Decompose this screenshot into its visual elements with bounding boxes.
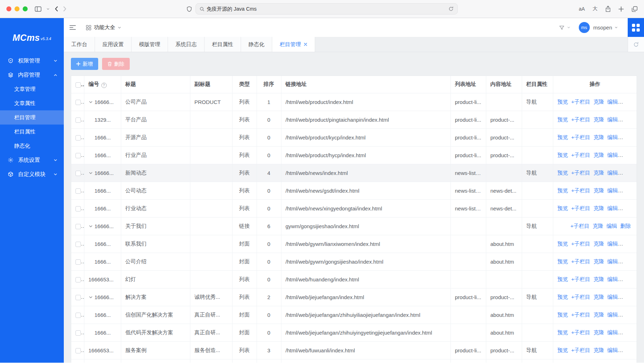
sidebar-subitem[interactable]: 文章属性 [0,96,64,110]
add-child-link[interactable]: +子栏目 [571,312,590,318]
add-child-link[interactable]: +子栏目 [571,152,590,158]
add-button[interactable]: 新增 [71,58,98,70]
clone-link[interactable]: 克隆 [593,258,604,264]
edit-link[interactable]: 编辑 [607,99,618,105]
edit-link[interactable]: 编辑 [607,170,618,176]
clone-link[interactable]: 克隆 [593,116,604,122]
row-checkbox[interactable] [75,117,81,123]
clone-link[interactable]: 克隆 [593,312,604,318]
add-child-link[interactable]: +子栏目 [571,205,590,211]
new-tab-icon[interactable] [618,6,624,12]
clone-link[interactable]: 克隆 [593,347,604,353]
translate-icon[interactable]: 大 [593,6,598,12]
tab-item[interactable]: 静态化 [241,37,272,52]
add-child-link[interactable]: +子栏目 [571,99,590,105]
sidebar-toggle-icon[interactable] [35,6,41,12]
refresh-tab-icon[interactable] [628,37,644,52]
sidebar-item[interactable]: 系统设置 [0,153,64,167]
preview-link[interactable]: 预览 [558,294,568,300]
close-tab-icon[interactable] [304,43,307,46]
sidebar-item[interactable]: 内容管理 [0,68,64,82]
avatar[interactable]: ms [579,22,590,33]
add-child-link[interactable]: +子栏目 [571,170,590,176]
edit-link[interactable]: 编辑 [607,258,618,264]
add-child-link[interactable]: +子栏目 [571,116,590,122]
delete-link[interactable]: 删除 [620,223,631,229]
close-window-button[interactable] [6,6,11,11]
edit-link[interactable]: 编辑 [606,223,617,229]
clone-link[interactable]: 克隆 [593,187,604,193]
select-all-checkbox[interactable] [75,82,81,88]
preview-link[interactable]: 预览 [558,170,568,176]
row-checkbox[interactable] [75,277,81,282]
sidebar-item[interactable]: 自定义模块 [0,167,64,181]
add-child-link[interactable]: +子栏目 [571,276,590,282]
preview-link[interactable]: 预览 [558,258,568,264]
preview-link[interactable]: 预览 [558,134,568,140]
row-checkbox[interactable] [75,153,81,158]
tab-item[interactable]: 系统日志 [168,37,205,52]
clone-link[interactable]: 克隆 [593,205,604,211]
edit-link[interactable]: 编辑 [607,152,618,158]
row-checkbox[interactable] [75,348,81,353]
forward-icon[interactable] [63,6,67,12]
preview-link[interactable]: 预览 [558,205,568,211]
add-child-link[interactable]: +子栏目 [571,241,590,247]
row-checkbox[interactable] [75,224,81,229]
row-checkbox[interactable] [75,259,81,265]
clone-link[interactable]: 克隆 [593,294,604,300]
clone-link[interactable]: 克隆 [593,241,604,247]
add-child-link[interactable]: +子栏目 [571,187,590,193]
preview-link[interactable]: 预览 [558,276,568,282]
reader-icon[interactable]: aA [579,6,585,12]
share-icon[interactable] [605,6,611,12]
row-checkbox[interactable] [75,295,81,300]
edit-link[interactable]: 编辑 [607,205,618,211]
expand-caret-icon[interactable] [89,171,93,175]
row-checkbox[interactable] [75,313,81,318]
preview-link[interactable]: 预览 [558,312,568,318]
clone-link[interactable]: 克隆 [593,329,604,335]
add-child-link[interactable]: +子栏目 [571,347,590,353]
preview-link[interactable]: 预览 [558,116,568,122]
help-icon[interactable]: ? [101,83,107,88]
row-checkbox[interactable] [75,188,81,194]
sidebar-subitem[interactable]: 文章管理 [0,82,64,96]
address-bar[interactable]: 免疫开源的 Java Cms [195,3,458,15]
clone-link[interactable]: 克隆 [593,276,604,282]
apps-launcher-button[interactable] [628,18,644,37]
expand-caret-icon[interactable] [89,295,93,299]
expand-caret-icon[interactable] [89,100,93,104]
sidebar-subitem[interactable]: 静态化 [0,139,64,153]
preview-link[interactable]: 预览 [558,187,568,193]
clone-link[interactable]: 克隆 [593,152,604,158]
delete-button[interactable]: 删除 [102,58,130,70]
row-checkbox[interactable] [75,171,81,176]
edit-link[interactable]: 编辑 [607,312,618,318]
back-icon[interactable] [55,6,58,12]
clone-link[interactable]: 克隆 [593,170,604,176]
edit-link[interactable]: 编辑 [607,276,618,282]
clone-link[interactable]: 克隆 [593,99,604,105]
edit-link[interactable]: 编辑 [607,134,618,140]
preview-link[interactable]: 预览 [558,152,568,158]
collapse-menu-icon[interactable] [69,25,76,30]
preview-link[interactable]: 预览 [558,347,568,353]
add-child-link[interactable]: +子栏目 [571,258,590,264]
tab-item[interactable]: 工作台 [64,37,95,52]
filter-trigger[interactable] [559,25,570,31]
edit-link[interactable]: 编辑 [607,294,618,300]
minimize-window-button[interactable] [15,6,19,11]
edit-link[interactable]: 编辑 [607,347,618,353]
user-menu-trigger[interactable]: msopen [593,24,618,31]
tab-item[interactable]: 应用设置 [95,37,131,52]
sidebar-item[interactable]: 权限管理 [0,54,64,68]
sidebar-subitem[interactable]: 栏目属性 [0,125,64,139]
clone-link[interactable]: 克隆 [593,223,603,229]
privacy-shield-icon[interactable] [186,6,192,12]
row-checkbox[interactable] [75,206,81,211]
preview-link[interactable]: 预览 [558,329,568,335]
preview-link[interactable]: 预览 [558,99,568,105]
refresh-icon[interactable] [448,6,453,11]
tab-item[interactable]: 栏目管理 [272,37,315,52]
